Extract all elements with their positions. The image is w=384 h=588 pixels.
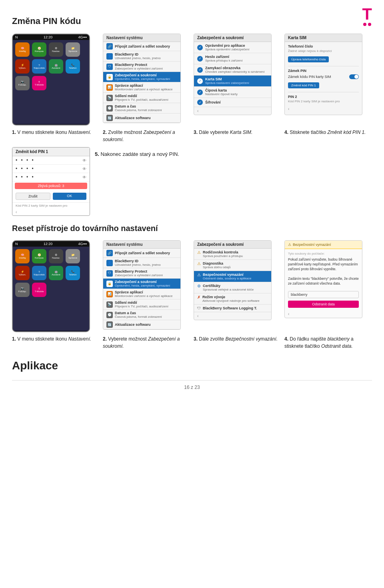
connect-icon-2: 🔗 <box>106 250 113 256</box>
page-number: 16 z 23 <box>12 380 372 390</box>
step2-item: Nastavení systému 🔗 Připojit zařízení a … <box>103 34 190 123</box>
app-icon-2-7[interactable]: 🤖Asistent <box>49 266 63 280</box>
apps-text-2: Správce aplikací Monitorování zařízení a… <box>115 290 177 298</box>
sec-text-zamykaci: Zamykací obrazovka Chování zamykací obra… <box>205 66 265 74</box>
app-icon-asistent[interactable]: 🤖Asistent <box>49 59 63 74</box>
bsec-text-logging: BlackBerry Software Logging T. <box>203 306 257 310</box>
app-icon-fotoaparat[interactable]: 📷Fotoap. <box>15 76 30 90</box>
warn-header-text: Bezpečnostní vymazání <box>293 243 331 247</box>
sec-text-karta-sim: Karta SIM Správa nastavení zabezpečení <box>205 77 249 85</box>
step3-item: Zabezpečení a soukromí ✓ Oprávnění pro a… <box>194 34 281 115</box>
sim-content: Telefonní číslo Žádné údaje nejsou k dis… <box>285 42 362 115</box>
section1-screenshots-row: N 12:20 4G▪▪▪ 🧠Intellig 🧭Kompas ⚙Nastav.… <box>12 34 372 126</box>
update-text: Aktualizace softwaru <box>115 116 177 120</box>
bbprotect-text-2: BlackBerry Protect Zabezpečení a vyhledá… <box>115 269 177 277</box>
settings-title-1: Nastavení systému <box>103 34 180 42</box>
step3-text: 3. Dále vyberete Karta SIM. <box>194 129 281 143</box>
bezpec-back-arrow[interactable]: ‹ <box>194 312 271 320</box>
ok-button[interactable]: OK <box>53 193 87 200</box>
settings2-item-security[interactable]: 🔒 Zabezpečení a soukromí Oprávnění, hesl… <box>103 279 180 289</box>
bsec-rodicovska: ⚠ Rodičovská kontrola Správa používání a… <box>194 249 271 260</box>
signal-display-2: 4G▪▪▪ <box>78 242 87 246</box>
app-icon-intellig[interactable]: 🧠Intellig <box>15 42 30 57</box>
reset-step3-item: Zabezpečení a soukromí ⚠ Rodičovská kont… <box>194 240 281 320</box>
bbprotect-text: BlackBerry Protect Zabezpečení a vyhledá… <box>115 63 177 70</box>
app-icon-2-9[interactable]: 📷Fotoap. <box>15 283 30 297</box>
app-icon-vykon[interactable]: ⚡Výkon. <box>15 59 30 74</box>
cert-icon: ⚙ <box>197 284 201 288</box>
bsec-text-rezim: Režim vývoje Aktivovat vývojové nástroje… <box>202 295 260 303</box>
app-icon-2-1[interactable]: 🧠Intellig <box>15 249 30 263</box>
app-icon-napoveda[interactable]: ?Nápovědá <box>32 59 46 74</box>
app-icon-nastav[interactable]: ⚙Nastav. <box>49 42 63 57</box>
bsec-rezim-vyvoje: ✗ Režim vývoje Aktivovat vývojové nástro… <box>194 293 271 305</box>
cancel-button[interactable]: Zrušit <box>16 193 50 200</box>
media-text: Sdílení médií Připojení k TV, počítači, … <box>115 94 177 102</box>
sec-item-sifrovani: ✓ Šifrování <box>194 98 271 107</box>
pin-modal-title: Změnit kód PIN 1 <box>12 147 90 156</box>
bsec-text-vymazani: Bezpečnostní vymazání Odstranit data, so… <box>203 273 251 280</box>
step1-text: 1. V menu stisknete ikonu Nastavení. <box>12 129 100 143</box>
zmenit-button[interactable]: Změnit kód PIN 1 <box>288 82 319 88</box>
warn-icon-2: ⚠ <box>197 261 201 266</box>
step3-num: 3. <box>194 130 198 135</box>
eye-icon-1[interactable]: 👁 <box>82 158 86 163</box>
tmobile-logo: T <box>362 6 372 26</box>
odstranit-button[interactable]: Odstranit data <box>288 301 359 308</box>
app-icon-telefon[interactable]: 📞Telefon <box>66 59 80 74</box>
sec-item-zamykaci: ✓ Zamykací obrazovka Chování zamykací ob… <box>194 64 271 76</box>
phone-screenshot-2: N 12:20 4G▪▪▪ 🧠Intellig 🧭Kompas ⚙Nastav.… <box>12 240 90 332</box>
datetime-text: Datum a čas Časová pásma, formát zobraze… <box>115 104 177 112</box>
app-icon-2-2[interactable]: 🧭Kompas <box>32 249 46 263</box>
app-icon-tmobile[interactable]: TT-Mobile <box>32 76 46 90</box>
media-icon: 📡 <box>106 95 113 101</box>
upravit-button[interactable]: Úprava telefonního čísla <box>288 56 329 62</box>
sec-back-arrow[interactable]: ‹ <box>194 107 271 115</box>
pin-back-arrow[interactable]: ‹ <box>12 209 90 215</box>
bsec-bb-logging: 🛡 BlackBerry Software Logging T. <box>194 305 271 312</box>
status-bar-2: N 12:20 4G▪▪▪ <box>13 241 89 247</box>
app-icon-2-4[interactable]: 📁Správce <box>66 249 80 263</box>
update-icon-2: 🔄 <box>106 321 113 328</box>
attempts-bar: Zbývá pokusů: 3 <box>15 183 87 189</box>
pin-buttons: Zrušit OK <box>12 190 90 202</box>
phone-screenshot-1: N 12:20 4G▪▪▪ 🧠Intellig 🧭Kompas ⚙Nastav.… <box>12 34 90 126</box>
bsec-vymazani[interactable]: ⚠ Bezpečnostní vymazání Odstranit data, … <box>194 271 271 282</box>
sec-item-karta-sim[interactable]: ✓ Karta SIM Správa nastavení zabezpečení <box>194 76 271 87</box>
sim-back-arrow[interactable]: ‹ <box>288 106 359 112</box>
tmobile-dot-2 <box>368 23 371 26</box>
app-icon-kompas[interactable]: 🧭Kompas <box>32 42 46 57</box>
bsec-certifikaty: ⚙ Certifikáty Spravovat veřejné a soukro… <box>194 282 271 293</box>
reset-step4-text: 4. Do řádku napište blackberry a stiskne… <box>284 335 372 350</box>
app-icon-2-3[interactable]: ⚙Nastav. <box>49 249 63 263</box>
sec-text-sifrovani: Šifrování <box>205 100 221 104</box>
app-icon-spravce[interactable]: 📁Správce <box>66 42 80 57</box>
settings2-item-datetime: 🕐 Datum a čas Časová pásma, formát zobra… <box>103 310 180 320</box>
reset-step4-item: ⚠ Bezpečnostní vymazání Tyto soubory do … <box>284 240 372 318</box>
tmobile-dot-1 <box>363 23 366 26</box>
settings-title-2: Nastavení systému <box>103 241 180 249</box>
app-icon-2-10[interactable]: TT-Mobile <box>32 283 46 297</box>
sec-item-heslo: ✓ Heslo zařízení Správa přístupu k zaříz… <box>194 53 271 64</box>
reset-step1-item: N 12:20 4G▪▪▪ 🧠Intellig 🧭Kompas ⚙Nastav.… <box>12 240 100 332</box>
settings2-item-update: 🔄 Aktualizace softwaru <box>103 320 180 329</box>
home-screen-2: 🧠Intellig 🧭Kompas ⚙Nastav. 📁Správce ⚡Výk… <box>13 247 89 331</box>
sec-text-opravneni: Oprávnění pro aplikace Správa oprávnění … <box>205 44 250 51</box>
warn-back-arrow[interactable]: ‹ <box>285 310 362 318</box>
app-icon-2-8[interactable]: 📞Telefon <box>66 266 80 280</box>
step2-text: 2. Zvolíte možnost Zabezpečení a soukrom… <box>103 129 190 143</box>
eye-icon-3[interactable]: 👁 <box>82 175 86 179</box>
app-icon-2-5[interactable]: ⚡Výkon. <box>15 266 30 280</box>
app-icon-2-6[interactable]: ?Nápovědá <box>32 266 46 280</box>
bsec-text-certifikaty: Certifikáty Spravovat veřejné a soukromé… <box>203 284 254 291</box>
blackberry-input[interactable]: blackberry <box>288 291 359 298</box>
settings-item-bbid: 👤 BlackBerry ID Uživatelské jméno, heslo… <box>103 51 180 62</box>
settings-item-security[interactable]: 🔒 Zabezpečení a soukromí Oprávnění, hesl… <box>103 72 180 82</box>
section-pin-change: Změna PIN kódu N 12:20 4G▪▪▪ 🧠Intellig 🧭… <box>12 16 372 216</box>
aplikace-title: Aplikace <box>12 359 372 372</box>
section2-screenshots-row: N 12:20 4G▪▪▪ 🧠Intellig 🧭Kompas ⚙Nastav.… <box>12 240 372 332</box>
warn-body2: Zadáním textu "blackberry" potvrďte, že … <box>288 277 359 286</box>
security-text-2: Zabezpečení a soukromí Oprávnění, hesla,… <box>115 280 177 287</box>
zamek-toggle[interactable] <box>349 74 359 79</box>
eye-icon-2[interactable]: 👁 <box>82 167 86 171</box>
